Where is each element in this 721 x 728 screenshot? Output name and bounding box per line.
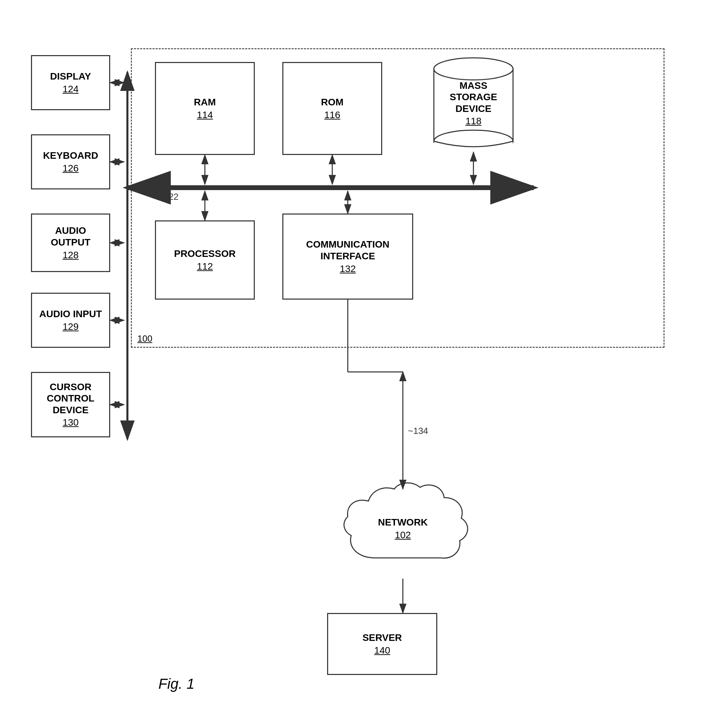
- audio-output-box: AUDIOOUTPUT 128: [31, 214, 110, 272]
- audio-output-label: AUDIOOUTPUT: [50, 225, 90, 248]
- network-cloud: NETWORK 102: [338, 479, 468, 578]
- ram-label: RAM: [194, 96, 216, 108]
- svg-text:~134: ~134: [408, 426, 428, 436]
- keyboard-box: KEYBOARD 126: [31, 134, 110, 190]
- cursor-control-box: CURSORCONTROLDEVICE 130: [31, 372, 110, 437]
- network-num: 102: [395, 530, 411, 541]
- audio-input-num: 129: [63, 321, 79, 332]
- keyboard-num: 126: [63, 163, 79, 174]
- ram-num: 114: [197, 110, 213, 121]
- rom-label: ROM: [321, 96, 343, 108]
- comm-label: COMMUNICATIONINTERFACE: [306, 239, 390, 262]
- processor-box: PROCESSOR 112: [155, 220, 255, 300]
- cursor-label: CURSORCONTROLDEVICE: [47, 381, 94, 416]
- server-box: SERVER 140: [327, 613, 437, 675]
- network-label: NETWORK: [378, 517, 428, 528]
- audio-input-box: AUDIO INPUT 129: [31, 293, 110, 348]
- processor-label: PROCESSOR: [174, 248, 236, 260]
- audio-output-num: 128: [63, 250, 79, 261]
- figure-label: Fig. 1: [158, 676, 194, 692]
- display-label: DISPLAY: [50, 70, 91, 82]
- rom-box: ROM 116: [283, 62, 382, 155]
- mass-storage-num: 118: [466, 116, 482, 127]
- rom-num: 116: [324, 110, 341, 121]
- processor-num: 112: [197, 261, 213, 272]
- display-num: 124: [63, 84, 79, 95]
- system-label: 100: [137, 333, 152, 344]
- mass-storage-cylinder: MASSSTORAGEDEVICE 118: [427, 55, 520, 151]
- audio-input-label: AUDIO INPUT: [39, 308, 102, 320]
- mass-storage-label: MASSSTORAGEDEVICE: [450, 80, 497, 115]
- server-num: 140: [374, 645, 391, 656]
- cursor-num: 130: [63, 417, 79, 428]
- comm-interface-box: COMMUNICATIONINTERFACE 132: [283, 214, 413, 300]
- server-label: SERVER: [362, 632, 402, 644]
- ram-box: RAM 114: [155, 62, 255, 155]
- display-box: DISPLAY 124: [31, 55, 110, 110]
- keyboard-label: KEYBOARD: [43, 150, 98, 162]
- svg-point-1: [434, 58, 513, 80]
- comm-num: 132: [340, 263, 356, 274]
